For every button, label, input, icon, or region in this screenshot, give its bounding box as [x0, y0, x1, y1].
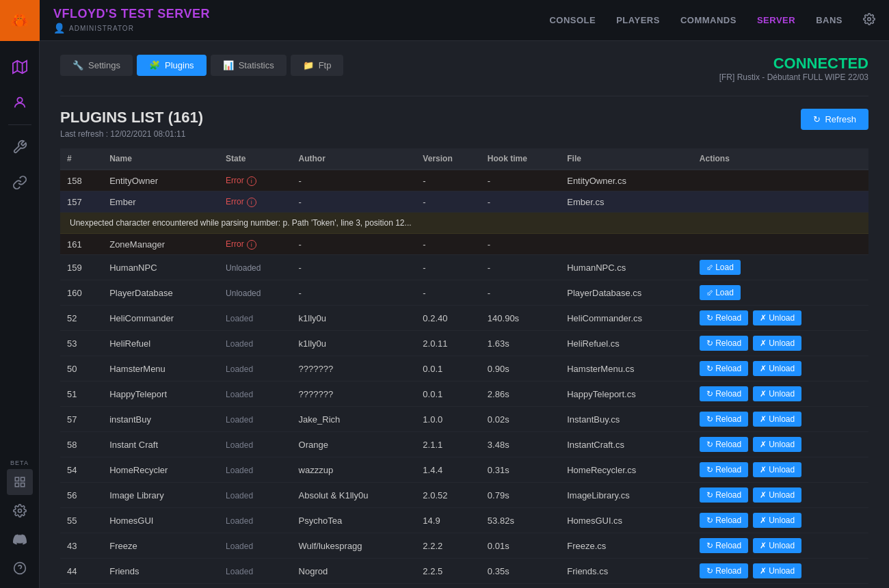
cell-author: Jake_Rich	[292, 407, 416, 432]
reload-button[interactable]: ↻ Reload	[700, 412, 748, 427]
table-row[interactable]: 57 instantBuy Loaded Jake_Rich 1.0.0 0.0…	[60, 407, 868, 432]
refresh-button[interactable]: ↻ Refresh	[801, 109, 868, 130]
cell-name: HappyTeleport	[103, 382, 219, 407]
unload-button[interactable]: ✗ Unload	[753, 563, 801, 578]
cell-actions: ↻ Reload ✗ Unload	[693, 533, 868, 559]
unload-button[interactable]: ✗ Unload	[753, 361, 801, 376]
table-row[interactable]: 52 HeliCommander Loaded k1lly0u 0.2.40 1…	[60, 306, 868, 331]
sidebar-item-players[interactable]	[6, 89, 34, 116]
info-icon[interactable]: i	[247, 198, 256, 207]
table-row[interactable]: 51 HappyTeleport Loaded ??????? 0.0.1 2.…	[60, 382, 868, 407]
sidebar-item-tools[interactable]	[6, 133, 34, 161]
reload-button[interactable]: ↻ Reload	[700, 513, 748, 528]
cell-file: HeliCommander.cs	[560, 306, 693, 331]
tab-statistics[interactable]: 📊 Statistics	[211, 55, 287, 76]
reload-button[interactable]: ↻ Reload	[700, 336, 748, 351]
tooltip-row: Unexpected character encountered while p…	[60, 213, 868, 234]
table-row[interactable]: 58 Instant Craft Loaded Orange 2.1.1 3.4…	[60, 432, 868, 457]
cell-name: instantBuy	[103, 407, 219, 432]
info-icon[interactable]: i	[247, 176, 256, 186]
admin-icon: 👤	[53, 23, 66, 34]
unload-button[interactable]: ✗ Unload	[753, 386, 801, 401]
nav-bans[interactable]: BANS	[816, 15, 842, 25]
cell-hooktime: 53.82s	[481, 508, 560, 533]
reload-button[interactable]: ↻ Reload	[700, 361, 748, 376]
cell-author: -	[292, 170, 416, 191]
col-id: #	[60, 148, 103, 170]
cell-name: HomesGUI	[103, 508, 219, 533]
table-row[interactable]: 50 HamsterMenu Loaded ??????? 0.0.1 0.90…	[60, 356, 868, 382]
table-row[interactable]: 43 Freeze Loaded Wulf/lukespragg 2.2.2 0…	[60, 533, 868, 559]
nav-server[interactable]: SERVER	[757, 15, 795, 25]
app-logo[interactable]: 🦀	[0, 0, 40, 41]
table-row[interactable]: 55 HomesGUI Loaded PsychoTea 14.9 53.82s…	[60, 508, 868, 533]
reload-button[interactable]: ↻ Reload	[700, 462, 748, 477]
table-row[interactable]: 44 Friends Loaded Nogrod 2.2.5 0.35s Fri…	[60, 559, 868, 584]
table-row[interactable]: 159 HumanNPC Unloaded - - - HumanNPC.cs …	[60, 255, 868, 280]
unload-button[interactable]: ✗ Unload	[753, 538, 801, 553]
reload-button[interactable]: ↻ Reload	[700, 386, 748, 401]
plugins-tab-icon: 🧩	[149, 60, 160, 70]
plugins-table: # Name State Author Version Hook time Fi…	[60, 148, 868, 584]
col-version: Version	[416, 148, 481, 170]
sidebar-help-button[interactable]	[7, 555, 33, 581]
col-name: Name	[103, 148, 219, 170]
col-state: State	[219, 148, 291, 170]
sidebar-item-link[interactable]	[6, 169, 34, 196]
table-row[interactable]: 161 ZoneManager Errori - - -	[60, 234, 868, 255]
col-actions: Actions	[693, 148, 868, 170]
unload-button[interactable]: ✗ Unload	[753, 462, 801, 477]
sidebar-discord-button[interactable]	[7, 526, 33, 552]
cell-state: Unloaded	[219, 255, 291, 280]
cell-name: Instant Craft	[103, 432, 219, 457]
cell-author: Wulf/lukespragg	[292, 533, 416, 559]
reload-button[interactable]: ↻ Reload	[700, 538, 748, 553]
cell-name: EntityOwner	[103, 170, 219, 191]
cell-version: 2.1.1	[416, 432, 481, 457]
table-row[interactable]: 160 PlayerDatabase Unloaded - - - Player…	[60, 280, 868, 306]
unload-button[interactable]: ✗ Unload	[753, 310, 801, 325]
cell-author: Orange	[292, 432, 416, 457]
nav-links: CONSOLE PLAYERS COMMANDS SERVER BANS	[549, 13, 875, 28]
cell-file: HomesGUI.cs	[560, 508, 693, 533]
tab-settings[interactable]: 🔧 Settings	[60, 55, 133, 76]
reload-button[interactable]: ↻ Reload	[700, 310, 748, 325]
cell-file: HumanNPC.cs	[560, 255, 693, 280]
table-row[interactable]: 157 Ember Errori - - - Ember.cs	[60, 191, 868, 213]
nav-commands[interactable]: COMMANDS	[680, 15, 737, 25]
plugins-refresh-info: Last refresh : 12/02/2021 08:01:11	[60, 129, 203, 139]
table-row[interactable]: 158 EntityOwner Errori - - - EntityOwner…	[60, 170, 868, 191]
sidebar-item-map[interactable]	[6, 53, 34, 81]
load-button[interactable]: ⬃ Load	[700, 260, 741, 275]
col-author: Author	[292, 148, 416, 170]
nav-settings-icon[interactable]	[863, 13, 875, 28]
cell-actions: ↻ Reload ✗ Unload	[693, 356, 868, 382]
nav-players[interactable]: PLAYERS	[616, 15, 660, 25]
tab-plugins[interactable]: 🧩 Plugins	[137, 55, 207, 76]
load-button[interactable]: ⬃ Load	[700, 285, 741, 300]
unload-button[interactable]: ✗ Unload	[753, 412, 801, 427]
sidebar-grid-button[interactable]	[7, 469, 33, 495]
info-icon[interactable]: i	[247, 240, 256, 250]
cell-name: HamsterMenu	[103, 356, 219, 382]
unload-button[interactable]: ✗ Unload	[753, 336, 801, 351]
table-row[interactable]: 56 Image Library Loaded Absolut & K1lly0…	[60, 483, 868, 508]
unload-button[interactable]: ✗ Unload	[753, 513, 801, 528]
sidebar-settings-button[interactable]	[7, 498, 33, 524]
cell-file: HamsterMenu.cs	[560, 356, 693, 382]
unload-button[interactable]: ✗ Unload	[753, 437, 801, 452]
reload-button[interactable]: ↻ Reload	[700, 437, 748, 452]
unload-button[interactable]: ✗ Unload	[753, 487, 801, 503]
cell-id: 57	[60, 407, 103, 432]
tab-ftp[interactable]: 📁 Ftp	[291, 55, 344, 76]
table-row[interactable]: 53 HeliRefuel Loaded k1lly0u 2.0.11 1.63…	[60, 331, 868, 356]
cell-id: 54	[60, 457, 103, 483]
reload-button[interactable]: ↻ Reload	[700, 487, 748, 503]
reload-button[interactable]: ↻ Reload	[700, 563, 748, 578]
cell-file: EntityOwner.cs	[560, 170, 693, 191]
table-row[interactable]: 54 HomeRecycler Loaded wazzzup 1.4.4 0.3…	[60, 457, 868, 483]
cell-hooktime: -	[481, 170, 560, 191]
nav-console[interactable]: CONSOLE	[549, 15, 596, 25]
cell-id: 50	[60, 356, 103, 382]
cell-id: 161	[60, 234, 103, 255]
